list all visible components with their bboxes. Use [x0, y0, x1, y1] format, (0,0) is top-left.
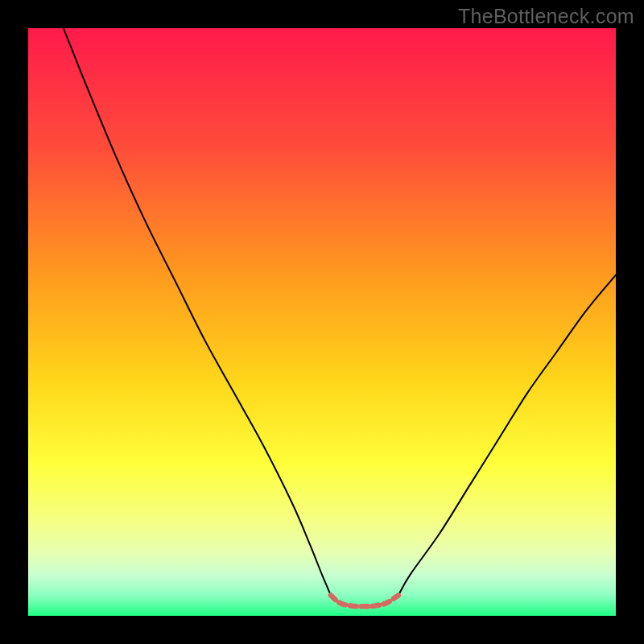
plot-background	[28, 28, 616, 616]
watermark-text: TheBottleneck.com	[458, 5, 634, 28]
chart-stage: TheBottleneck.com	[0, 0, 644, 644]
bottleneck-chart	[28, 28, 616, 616]
